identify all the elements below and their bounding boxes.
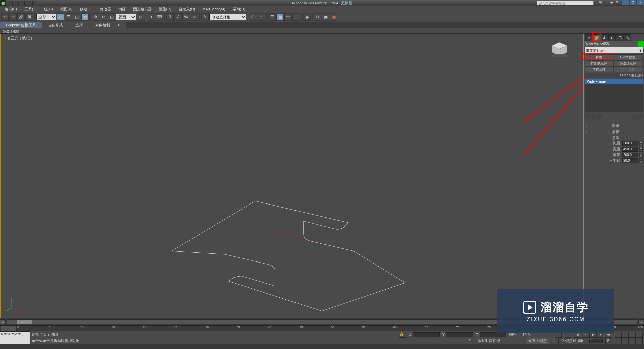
favorites-icon[interactable]: ★ <box>610 1 615 5</box>
menu-modifiers[interactable]: 修改器 <box>97 6 114 12</box>
render-production-icon[interactable]: 🫖 <box>330 13 337 21</box>
select-by-name-icon[interactable]: ☰ <box>65 13 72 21</box>
menu-rendering[interactable]: 渲染(R) <box>156 6 175 12</box>
menu-help[interactable]: 帮助(H) <box>229 6 249 12</box>
width-spinner-buttons[interactable]: ▲▼ <box>639 147 643 152</box>
maximize-button[interactable]: ❐ <box>629 0 637 5</box>
fov-icon[interactable] <box>622 338 629 344</box>
material-editor-icon[interactable]: ◉ <box>303 13 311 21</box>
zoom-region-icon[interactable] <box>629 332 636 338</box>
viewport[interactable]: [ + ][ 正交 ][ 线框 ] x z <box>0 34 584 318</box>
layer-manager-icon[interactable]: ☷ <box>268 13 276 21</box>
menu-tools[interactable]: 工具(T) <box>21 6 40 12</box>
ribbon-tab-selection[interactable]: 选择 <box>69 22 89 28</box>
modifier-button-ffd-select[interactable]: FFD 选择 <box>613 66 642 72</box>
menu-views[interactable]: 视图(V) <box>57 6 76 12</box>
redo-icon[interactable]: ↷ <box>9 13 17 21</box>
undo-icon[interactable]: ↶ <box>1 13 9 21</box>
key-filters-button[interactable]: 关键点过滤器... <box>561 338 587 343</box>
menu-customize[interactable]: 自定义(U) <box>175 6 198 12</box>
menu-grapheditors[interactable]: 图形编辑器 <box>130 6 155 12</box>
maxscript-mini-listener[interactable]: Max to Physex { <box>0 331 30 344</box>
rollout-interpolation[interactable]: +插值 <box>584 129 644 134</box>
qat-redo-icon[interactable] <box>32 1 37 5</box>
align-icon[interactable]: ≡ <box>258 13 265 21</box>
app-menu-button[interactable]: ⬤ <box>0 0 6 6</box>
curve-editor-icon[interactable]: 〰 <box>284 13 292 21</box>
mirror-icon[interactable]: ⧂ <box>250 13 257 21</box>
x-coordinate-input[interactable] <box>413 332 440 337</box>
current-frame-input[interactable] <box>589 339 603 343</box>
ribbon-tab-graphite[interactable]: Graphite 建模工具 <box>0 22 42 28</box>
orbit-icon[interactable] <box>636 332 643 338</box>
thickness-spinner-buttons[interactable]: ▲▼ <box>639 153 643 157</box>
schematic-view-icon[interactable]: ⬚ <box>292 13 300 21</box>
corner-radius-spinner-buttons[interactable]: ▲▼ <box>639 158 643 163</box>
viewcube[interactable] <box>549 41 570 58</box>
named-selection-combo[interactable]: 创建选择集 <box>209 14 246 20</box>
menu-animation[interactable]: 动画 <box>115 6 129 12</box>
thickness-spinner[interactable] <box>622 153 638 157</box>
motion-tab-icon[interactable]: ◐ <box>608 34 616 41</box>
qat-new-icon[interactable] <box>8 1 13 5</box>
close-button[interactable]: ✕ <box>637 0 644 5</box>
subscription-icon[interactable]: ⌂ <box>604 1 609 5</box>
utilities-tab-icon[interactable]: 🔧 <box>624 34 631 41</box>
qat-open-icon[interactable] <box>14 1 19 5</box>
window-crossing-icon[interactable]: ◩ <box>81 13 89 21</box>
help-icon[interactable]: ? <box>616 1 621 5</box>
modifier-button-spline-select[interactable]: 样条线选择 <box>585 60 613 66</box>
display-tab-icon[interactable]: 🖵 <box>616 34 624 41</box>
modifier-button-extrude[interactable]: 挤出 <box>585 54 613 60</box>
modifier-button-vol-select[interactable]: 体积选择 <box>585 66 613 72</box>
time-config-icon[interactable]: ⏱ <box>605 338 612 344</box>
modifier-nurbs-select[interactable]: NURBS 曲面选择 <box>584 73 644 78</box>
qat-save-icon[interactable] <box>20 1 25 5</box>
rotate-icon[interactable]: ⟳ <box>100 13 107 21</box>
menu-edit[interactable]: 编辑(E) <box>1 6 20 12</box>
qat-undo-icon[interactable] <box>26 1 31 5</box>
width-spinner[interactable] <box>622 147 638 152</box>
key-mode-icon[interactable]: ∿ <box>552 338 559 344</box>
use-center-icon[interactable]: ⊙ <box>137 13 144 21</box>
search-icon[interactable]: 🔍 <box>599 1 603 5</box>
modifier-list-combo[interactable]: 修改器列表▼ <box>585 47 643 53</box>
y-coordinate-input[interactable] <box>446 332 473 337</box>
isolate-icon[interactable]: ⬚ <box>469 338 475 344</box>
link-icon[interactable]: 🔗 <box>17 13 25 21</box>
make-unique-icon[interactable] <box>597 114 602 119</box>
ribbon-expand-icon[interactable]: ▾ ☰ <box>116 22 126 28</box>
pin-stack-icon[interactable] <box>585 114 590 119</box>
time-scroll-left[interactable]: ◂ <box>0 319 5 324</box>
configure-sets-icon[interactable] <box>638 114 643 119</box>
selection-lock-icon[interactable]: 🔒 <box>399 332 406 338</box>
ribbon-tab-freeform[interactable]: 自由形式 <box>42 22 69 28</box>
stack-item-wideflange[interactable]: Wide Flange <box>585 79 643 84</box>
spinner-snap-icon[interactable]: ⤨ <box>191 13 198 21</box>
remove-modifier-icon[interactable] <box>632 114 637 119</box>
ribbon-tab-objectpaint[interactable]: 对象绘制 <box>89 22 116 28</box>
pan-icon[interactable] <box>615 332 622 338</box>
modifier-button-poly-select[interactable]: 多边形选择 <box>613 60 642 66</box>
rendered-frame-icon[interactable]: ▣ <box>322 13 329 21</box>
length-spinner-buttons[interactable]: ▲▼ <box>639 141 643 146</box>
help-search-input[interactable] <box>537 1 594 5</box>
snap-toggle-icon[interactable]: 3 <box>166 13 174 21</box>
create-tab-icon[interactable]: ✳ <box>585 34 593 41</box>
modifier-stack[interactable]: Wide Flange <box>585 79 643 112</box>
scale-icon[interactable]: ◱ <box>108 13 115 21</box>
menu-group[interactable]: 组(G) <box>41 6 56 12</box>
menu-maxscript[interactable]: MAXScript(M) <box>199 6 228 12</box>
trackbar-head[interactable] <box>1 326 17 331</box>
rollout-rendering[interactable]: +渲染 <box>584 123 644 128</box>
time-scroll-right[interactable]: ▸ <box>639 319 644 324</box>
maximize-viewport-icon[interactable] <box>629 338 636 344</box>
corner-radius-spinner[interactable] <box>622 158 638 163</box>
object-name-field[interactable]: Wide Flange001 <box>584 41 638 47</box>
graphite-toggle-icon[interactable]: ▦ <box>276 13 284 21</box>
hierarchy-tab-icon[interactable]: ♟ <box>601 34 608 41</box>
viewport-label[interactable]: [ + ][ 正交 ][ 线框 ] <box>3 36 32 41</box>
zoom-icon[interactable] <box>615 338 622 344</box>
percent-snap-icon[interactable]: % <box>182 13 190 21</box>
move-icon[interactable]: ✥ <box>92 13 99 21</box>
